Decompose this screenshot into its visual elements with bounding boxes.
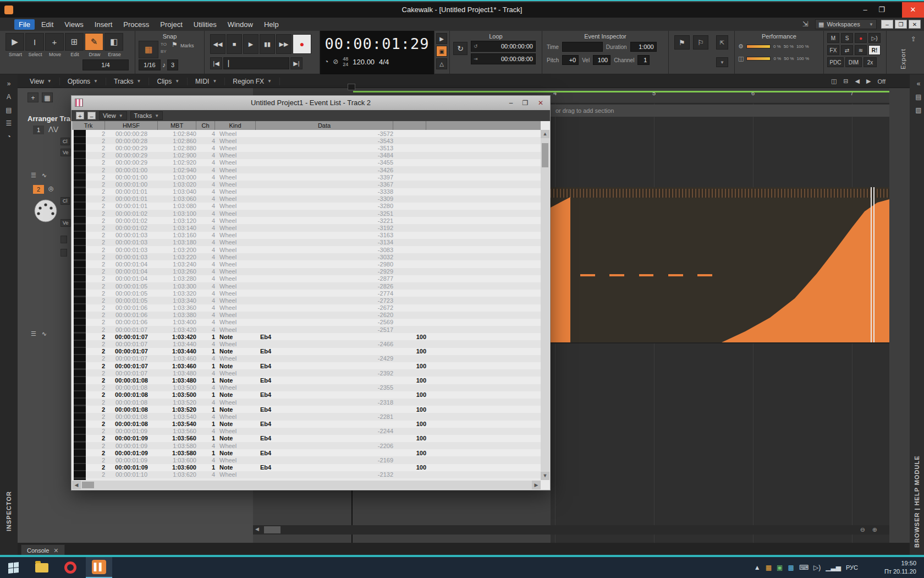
arranger-icon[interactable]: A xyxy=(0,93,18,101)
mute-all-button[interactable]: M xyxy=(827,33,839,43)
loop-end-field[interactable]: ⇥ 00:00:08:00 xyxy=(471,53,536,64)
event-view-dropdown[interactable]: View▼ xyxy=(99,111,127,120)
scroll-down-icon[interactable]: ▼ xyxy=(541,472,549,480)
event-row[interactable]: 200:00:01:081:03:540 1NoteEb4 100 xyxy=(86,421,541,428)
scroll-up-icon[interactable]: ▲ xyxy=(541,130,549,138)
metronome-icon[interactable]: △ xyxy=(436,58,447,69)
event-row[interactable]: 200:00:00:291:02:880 4Wheel-3513 xyxy=(86,144,541,151)
go-to-start-button[interactable]: |◀ xyxy=(210,57,222,69)
draw-resolution-dropdown[interactable]: 1/4 xyxy=(82,59,129,70)
event-row[interactable]: 200:00:00:281:02:860 4Wheel-3543 xyxy=(86,137,541,144)
workspaces-dropdown[interactable]: ▦ Workspaces ▼ xyxy=(815,19,877,29)
event-row[interactable]: 200:00:01:101:03:620 4Wheel-2132 xyxy=(86,471,541,478)
media-browser-icon[interactable]: ▤ xyxy=(910,93,924,101)
event-row[interactable]: 200:00:01:071:03:460 1NoteEb4 100 xyxy=(86,362,541,369)
transport-position-strip[interactable]: ▏ xyxy=(223,57,289,69)
record-button[interactable]: ● xyxy=(293,34,311,54)
stop-button[interactable]: ■ xyxy=(227,34,242,54)
snap-grid-button[interactable]: ▦ xyxy=(139,41,158,58)
col-vel[interactable] xyxy=(393,121,426,130)
tray-app-icon[interactable]: ▦ xyxy=(766,564,772,571)
event-list-titlebar[interactable]: Untitled Project1 - Event List - Track 2… xyxy=(72,96,550,110)
event-row[interactable]: 200:00:01:081:03:520 1NoteEb4 100 xyxy=(86,406,541,413)
menu-insert[interactable]: Insert xyxy=(90,19,117,30)
now-time-display[interactable]: 00:00:01:29 xyxy=(320,35,434,52)
event-list-maximize-button[interactable]: ❐ xyxy=(518,98,532,108)
event-pitch-field[interactable]: +0 xyxy=(562,55,579,65)
track1-edit-filter-icons[interactable]: ☰∿ xyxy=(31,172,52,179)
event-row[interactable]: 200:00:01:001:02:940 4Wheel-3426 xyxy=(86,166,541,173)
collapse-browser-icon[interactable]: « xyxy=(910,80,924,88)
event-duration-field[interactable]: 1:000 xyxy=(630,42,657,52)
prev-arrow-icon[interactable]: ◀ xyxy=(855,78,860,85)
event-list-vscrollbar[interactable]: ▲ ▼ xyxy=(541,130,549,480)
erase-tool-button[interactable]: ◧ xyxy=(105,33,123,51)
loop-toggle-button[interactable]: ↻ xyxy=(453,42,468,55)
snap-to-label[interactable]: TO xyxy=(161,42,167,47)
event-time-field[interactable] xyxy=(562,42,603,52)
grid-view-icon[interactable]: ◫ xyxy=(831,78,837,85)
move-tool-button[interactable]: + xyxy=(45,33,64,51)
event-row[interactable]: 200:00:01:001:03:000 4Wheel-3397 xyxy=(86,173,541,181)
event-row[interactable]: 200:00:01:091:03:600 1NoteEb4 100 xyxy=(86,464,541,471)
snap-by-label[interactable]: BY xyxy=(161,49,167,54)
event-row[interactable]: 200:00:01:051:03:320 4Wheel-2774 xyxy=(86,290,541,297)
marks-flag-icon[interactable]: ⚑ xyxy=(172,41,178,48)
mdi-minimize-button[interactable]: – xyxy=(881,20,893,29)
event-row[interactable]: 200:00:01:091:03:580 4Wheel-2206 xyxy=(86,442,541,449)
aim-assist-off-label[interactable]: Off xyxy=(878,78,886,85)
zoom-in-icon[interactable]: ⊕ xyxy=(872,526,877,533)
event-vel-field[interactable]: 100 xyxy=(593,55,610,65)
event-row[interactable]: 200:00:01:011:03:060 4Wheel-3309 xyxy=(86,195,541,203)
event-channel-field[interactable]: 1 xyxy=(637,55,650,65)
event-row[interactable]: 200:00:01:001:03:020 4Wheel-3367 xyxy=(86,181,541,188)
tray-expand-icon[interactable]: ▲ xyxy=(754,564,761,571)
event-list-window[interactable]: Untitled Project1 - Event List - Track 2… xyxy=(71,95,551,490)
menu-help[interactable]: Help xyxy=(260,19,283,30)
cakewalk-taskbar-button[interactable]: ▌▌ xyxy=(86,557,112,578)
tab-tracks[interactable]: Tracks▼ xyxy=(106,78,149,85)
scroll-thumb[interactable] xyxy=(264,526,280,533)
add-arranger-button[interactable]: + xyxy=(28,92,38,102)
expand-panel-icon[interactable]: » xyxy=(0,80,18,88)
pause-button[interactable]: ▮▮ xyxy=(260,34,275,54)
scroll-left-icon[interactable]: ◀ xyxy=(72,481,81,489)
event-row[interactable]: 200:00:01:031:03:180 4Wheel-3134 xyxy=(86,239,541,246)
snap-duration-dropdown[interactable]: 1/16 xyxy=(139,59,161,70)
synth-rack-icon[interactable]: ▧ xyxy=(910,106,924,114)
event-row[interactable]: 200:00:01:031:03:200 4Wheel-3083 xyxy=(86,246,541,253)
event-row[interactable]: 200:00:00:291:02:920 4Wheel-3455 xyxy=(86,159,541,166)
go-to-end-button[interactable]: ▶| xyxy=(290,57,302,69)
tempo-display[interactable]: 120.00 xyxy=(353,58,375,66)
menu-window[interactable]: Window xyxy=(223,19,257,30)
record-option-button[interactable]: ▣ xyxy=(436,46,447,57)
edit-tool-button[interactable]: ⊞ xyxy=(65,33,84,51)
event-row[interactable]: 200:00:00:281:02:840 4Wheel-3572 xyxy=(86,130,541,137)
export-label[interactable]: Export xyxy=(900,36,906,69)
event-row[interactable]: 200:00:01:091:03:600 4Wheel-2169 xyxy=(86,456,541,464)
note-icon[interactable]: ♪ xyxy=(162,61,166,69)
event-row[interactable]: 200:00:01:071:03:420 4Wheel-2517 xyxy=(86,326,541,333)
event-list-rows[interactable]: 200:00:00:281:02:840 4Wheel-3572 200:00:… xyxy=(72,130,541,480)
event-row[interactable]: 200:00:01:041:03:260 4Wheel-2929 xyxy=(86,268,541,275)
tab-options[interactable]: Options▼ xyxy=(60,78,106,85)
mdi-close-button[interactable]: ✕ xyxy=(909,20,921,29)
loop-start-field[interactable]: ↺ 00:00:00:00 xyxy=(471,41,536,52)
arm-all-button[interactable]: ● xyxy=(855,33,867,43)
play-option-button[interactable]: ▶ xyxy=(436,33,447,44)
track2-checkbox-1[interactable] xyxy=(61,236,67,243)
track1-number[interactable]: 1 xyxy=(33,126,44,134)
punch-dropdown[interactable]: ▼ xyxy=(716,57,728,67)
snap-triplet-button[interactable]: 3 xyxy=(167,59,178,70)
mdi-restore-button[interactable]: ❐ xyxy=(895,20,907,29)
event-row[interactable]: 200:00:01:091:03:580 1NoteEb4 100 xyxy=(86,449,541,456)
event-row[interactable]: 200:00:01:091:03:560 1NoteEb4 100 xyxy=(86,435,541,442)
event-list-close-button[interactable]: ✕ xyxy=(534,98,548,108)
volume-icon[interactable]: ▷) xyxy=(813,564,821,571)
event-row[interactable]: 200:00:01:081:03:500 4Wheel-2355 xyxy=(86,384,541,391)
track2-number[interactable]: 2 xyxy=(33,185,44,194)
fx-global-button[interactable]: FX xyxy=(827,45,839,55)
scroll-right-icon[interactable]: ▶ xyxy=(532,481,541,489)
event-row[interactable]: 200:00:01:081:03:520 4Wheel-2318 xyxy=(86,399,541,406)
menu-file[interactable]: File xyxy=(14,19,35,30)
